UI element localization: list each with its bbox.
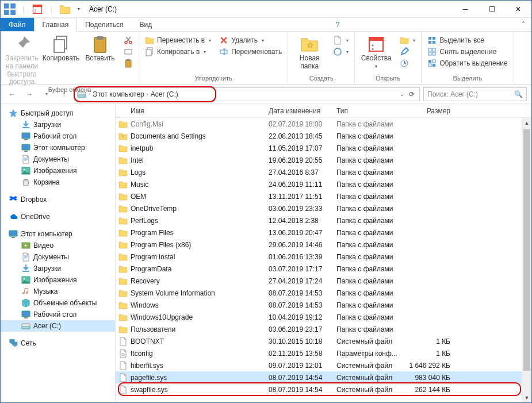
file-row[interactable]: OneDriveTemp03.06.2019 23:33Папка с файл… (116, 202, 531, 214)
move-to-button[interactable]: Переместить в▾ (143, 35, 213, 45)
tree-recycle-bin[interactable]: Корзина (1, 176, 115, 188)
file-row[interactable]: Logs27.04.2016 8:37Папка с файлами (116, 166, 531, 178)
file-type: Папка с файлами (332, 301, 402, 309)
col-size[interactable]: Размер (402, 107, 455, 115)
vertical-scrollbar[interactable]: ▲ ▼ (522, 118, 531, 402)
select-all-button[interactable]: Выделить все (425, 35, 510, 45)
copy-button[interactable]: Копировать (43, 33, 79, 63)
maximize-button[interactable]: ☐ (479, 1, 505, 18)
tree-acer-drive[interactable]: Acer (C:) (1, 320, 115, 332)
cut-button[interactable] (121, 35, 135, 45)
file-row[interactable]: pagefile.sys08.07.2019 14:54Системный фа… (116, 371, 531, 383)
col-type[interactable]: Тип (332, 107, 402, 115)
file-row[interactable]: System Volume Information08.07.2019 14:5… (116, 287, 531, 299)
tree-downloads[interactable]: Загрузки (1, 119, 115, 131)
ribbon-help-icon[interactable]: ? (330, 18, 346, 31)
address-bar[interactable]: › Этот компьютер› Acer (C:) ⌄ ⟳ (74, 87, 420, 101)
tree-this-pc[interactable]: Этот компьютер (1, 142, 115, 153)
tree-desktop2[interactable]: Рабочий стол (1, 309, 115, 320)
qat-properties-icon[interactable] (32, 3, 43, 15)
easy-access-button[interactable]: ▾ (331, 47, 351, 57)
tab-file[interactable]: Файл (1, 18, 34, 31)
file-type: Системный файл (332, 362, 402, 370)
address-dropdown-icon[interactable]: ⌄ (400, 91, 404, 97)
tree-downloads2[interactable]: Загрузки (1, 263, 115, 274)
tree-onedrive[interactable]: OneDrive (1, 211, 115, 222)
history-button[interactable] (397, 58, 418, 68)
pin-to-quick-access-button[interactable]: Закрепить на панели быстрого доступа (4, 33, 40, 86)
qat-customize-icon[interactable]: ▾ (73, 3, 85, 15)
nav-tree[interactable]: Быстрый доступ Загрузки Рабочий стол Это… (1, 104, 116, 402)
file-row[interactable]: Recovery27.04.2019 17:24Папка с файлами (116, 275, 531, 287)
col-date[interactable]: Дата изменения (264, 107, 332, 115)
scroll-up-button[interactable]: ▲ (522, 118, 531, 128)
scroll-thumb[interactable] (523, 129, 530, 371)
label: Корзина (33, 178, 60, 186)
new-item-button[interactable]: ▾ (331, 35, 351, 45)
tab-share[interactable]: Поделиться (77, 18, 131, 31)
breadcrumb-drive[interactable]: Acer (C:) (151, 90, 178, 98)
tree-quick-access[interactable]: Быстрый доступ (1, 108, 115, 119)
open-button[interactable]: ▾ (397, 35, 418, 45)
rename-button[interactable]: Переименовать (217, 47, 284, 57)
file-row[interactable]: Windows08.07.2019 14:53Папка с файлами (116, 299, 531, 311)
paste-button[interactable]: Вставить (82, 33, 118, 63)
close-button[interactable]: ✕ (505, 1, 531, 18)
file-row[interactable]: inetpub11.05.2019 17:07Папка с файлами (116, 142, 531, 154)
tab-view[interactable]: Вид (131, 18, 160, 31)
invert-selection-button[interactable]: Обратить выделение (425, 58, 510, 68)
file-row[interactable]: Windows10Upgrade10.04.2019 19:12Папка с … (116, 311, 531, 323)
tree-documents2[interactable]: Документы (1, 251, 115, 263)
tree-dropbox[interactable]: Dropbox (1, 194, 115, 205)
file-row[interactable]: ProgramData03.07.2019 17:17Папка с файла… (116, 263, 531, 275)
qat-app-icon[interactable] (4, 3, 16, 15)
file-row[interactable]: Program Files13.06.2019 20:47Папка с фай… (116, 227, 531, 239)
file-row[interactable]: OEM13.11.2017 11:51Папка с файлами (116, 190, 531, 202)
tree-this-pc-main[interactable]: Этот компьютер (1, 228, 115, 240)
tree-3d-objects[interactable]: Объемные объекты (1, 297, 115, 309)
refresh-button[interactable]: ⟳ (407, 90, 417, 98)
file-row[interactable]: Пользователи03.06.2019 23:17Папка с файл… (116, 323, 531, 335)
scroll-down-button[interactable]: ▼ (522, 393, 531, 402)
delete-button[interactable]: Удалить▾ (217, 35, 284, 45)
properties-button[interactable]: Свойства▾ (358, 33, 394, 69)
paste-shortcut-button[interactable] (121, 58, 135, 68)
select-none-button[interactable]: Снять выделение (425, 47, 510, 57)
file-row[interactable]: Program Files (x86)29.06.2019 14:46Папка… (116, 239, 531, 251)
nav-recent-button[interactable]: ▾ (40, 87, 53, 101)
edit-button[interactable] (397, 47, 418, 57)
file-row[interactable]: PerfLogs12.04.2018 2:38Папка с файлами (116, 214, 531, 227)
label: Рабочий стол (33, 310, 76, 318)
ribbon-collapse-icon[interactable]: ˄ (515, 18, 531, 31)
file-date: 08.07.2019 14:54 (264, 374, 332, 382)
breadcrumb-sep[interactable]: › (89, 91, 90, 97)
search-input[interactable]: Поиск: Acer (C:) 🔍 (423, 87, 527, 101)
file-row[interactable]: Music24.06.2019 11:11Папка с файлами (116, 178, 531, 190)
tree-documents[interactable]: Документы (1, 153, 115, 165)
file-row[interactable]: BOOTNXT30.10.2015 10:18Системный файл1 К… (116, 335, 531, 347)
nav-up-button[interactable]: ↑ (57, 87, 71, 101)
nav-forward-button[interactable]: → (22, 87, 36, 101)
file-row[interactable]: Intel19.06.2019 20:55Папка с файлами (116, 154, 531, 166)
qat-folder-icon[interactable] (59, 3, 71, 15)
copy-to-button[interactable]: Копировать в▾ (143, 47, 213, 57)
file-row[interactable]: Program instal01.06.2016 13:39Папка с фа… (116, 251, 531, 263)
tab-home[interactable]: Главная (34, 18, 78, 32)
file-row[interactable]: hiberfil.sys09.07.2019 12:01Системный фа… (116, 359, 531, 371)
nav-back-button[interactable]: ← (5, 87, 19, 101)
new-folder-button[interactable]: Новая папка (292, 33, 327, 71)
tree-desktop[interactable]: Рабочий стол (1, 131, 115, 142)
tree-music[interactable]: Музыка (1, 286, 115, 297)
tree-pictures[interactable]: Изображения (1, 165, 115, 176)
tree-network[interactable]: Сеть (1, 337, 115, 349)
tree-pictures2[interactable]: Изображения (1, 274, 115, 286)
file-row[interactable]: swapfile.sys08.07.2019 14:54Системный фа… (116, 383, 531, 396)
breadcrumb-root[interactable]: Этот компьютер› (93, 90, 148, 98)
file-row[interactable]: ftconfig02.11.2015 13:58Параметры конф..… (116, 347, 531, 359)
col-name[interactable]: Имя (116, 107, 264, 115)
file-row[interactable]: Config.Msi02.07.2019 18:00Папка с файлам… (116, 118, 531, 130)
file-row[interactable]: Documents and Settings22.08.2013 18:45Па… (116, 130, 531, 142)
tree-videos[interactable]: Видео (1, 240, 115, 251)
copy-path-button[interactable] (121, 47, 135, 57)
minimize-button[interactable]: ─ (452, 1, 479, 18)
